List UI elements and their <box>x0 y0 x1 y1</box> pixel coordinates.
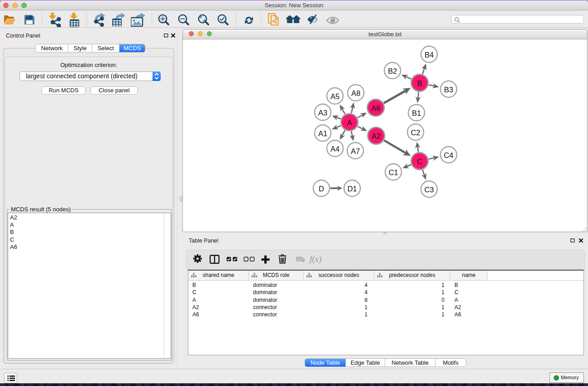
svg-text:A6: A6 <box>371 104 380 112</box>
svg-text:C: C <box>417 157 422 166</box>
svg-text:D: D <box>319 185 324 193</box>
svg-text:C4: C4 <box>444 151 453 159</box>
svg-text:A: A <box>347 119 352 127</box>
svg-text:A5: A5 <box>330 92 339 100</box>
svg-text:B1: B1 <box>412 109 421 117</box>
svg-text:C2: C2 <box>411 129 420 137</box>
svg-text:A7: A7 <box>351 147 360 155</box>
svg-text:C1: C1 <box>388 168 398 176</box>
svg-text:B2: B2 <box>388 67 397 75</box>
svg-text:A8: A8 <box>351 89 360 97</box>
svg-text:B: B <box>417 79 422 87</box>
svg-text:C3: C3 <box>424 186 434 194</box>
svg-text:B3: B3 <box>444 86 453 94</box>
svg-text:A2: A2 <box>372 132 381 140</box>
svg-text:D1: D1 <box>347 185 357 193</box>
svg-text:A1: A1 <box>318 129 327 138</box>
svg-text:A3: A3 <box>318 109 327 117</box>
svg-text:A4: A4 <box>330 145 339 153</box>
svg-text:B4: B4 <box>425 51 434 59</box>
